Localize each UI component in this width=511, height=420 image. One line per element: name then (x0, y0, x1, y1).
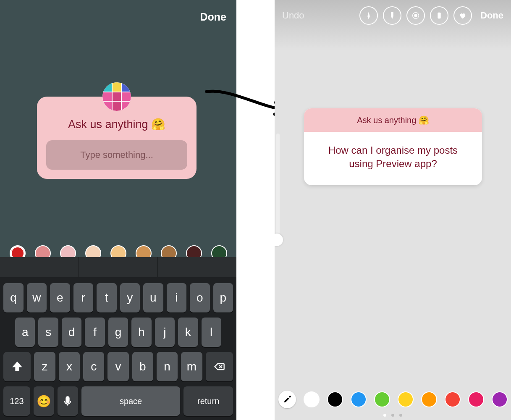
question-prompt-text[interactable]: Ask us anything 🤗 (46, 118, 187, 131)
key-x[interactable]: x (59, 352, 80, 381)
svg-rect-5 (112, 92, 121, 101)
key-f[interactable]: f (85, 318, 105, 347)
brush-size-handle[interactable] (275, 234, 283, 246)
key-a[interactable]: a (15, 318, 35, 347)
key-z[interactable]: z (34, 352, 55, 381)
key-d[interactable]: d (62, 318, 81, 347)
svg-rect-3 (121, 82, 131, 92)
emoji-key[interactable]: 😊 (34, 386, 54, 416)
svg-rect-6 (121, 92, 131, 101)
shift-key[interactable] (3, 352, 31, 381)
pager-dot (391, 414, 394, 417)
key-c[interactable]: c (83, 352, 104, 381)
key-j[interactable]: j (155, 318, 175, 347)
key-w[interactable]: w (27, 283, 47, 312)
color-swatch[interactable] (374, 391, 390, 407)
space-key[interactable]: space (81, 386, 180, 416)
numbers-key[interactable]: 123 (3, 386, 30, 416)
color-palette (275, 391, 511, 408)
profile-avatar (102, 82, 131, 111)
heart-tool-icon[interactable] (453, 6, 472, 25)
color-swatch[interactable] (398, 391, 414, 407)
svg-rect-1 (102, 82, 112, 92)
key-q[interactable]: q (3, 283, 24, 312)
palette-pager (275, 414, 511, 417)
color-swatch[interactable] (492, 391, 508, 407)
drawing-toolbar: Undo Done (275, 0, 511, 31)
done-button[interactable]: Done (480, 10, 503, 21)
answer-body-text: How can I organise my posts using Previe… (304, 132, 482, 185)
key-s[interactable]: s (38, 318, 58, 347)
color-swatch[interactable] (468, 391, 484, 407)
color-swatch[interactable] (304, 391, 320, 407)
screen-question-editor: Done Ask us anything 🤗 Typ (0, 0, 236, 420)
pager-dot (383, 414, 386, 417)
suggestion-slot[interactable] (0, 257, 79, 277)
neon-tool-icon[interactable] (406, 6, 425, 25)
keyboard: qwertyuiop asdfghjkl zxcvbnm 123😊spacere… (0, 277, 236, 420)
svg-rect-13 (438, 13, 440, 19)
brush-size-track[interactable] (276, 134, 280, 234)
svg-rect-10 (66, 397, 69, 403)
key-b[interactable]: b (132, 352, 153, 381)
answer-sticker[interactable]: Ask us anything 🤗 How can I organise my … (304, 108, 482, 185)
pager-dot (399, 414, 402, 417)
key-t[interactable]: t (97, 283, 117, 312)
key-m[interactable]: m (181, 352, 202, 381)
eyedropper-icon[interactable] (278, 391, 296, 408)
mic-key[interactable] (58, 386, 78, 416)
svg-point-11 (414, 14, 417, 17)
suggestion-slot[interactable] (79, 257, 158, 277)
marker-tool-icon[interactable] (383, 6, 401, 25)
backspace-key[interactable] (206, 352, 233, 381)
key-h[interactable]: h (131, 318, 151, 347)
key-v[interactable]: v (107, 352, 128, 381)
key-p[interactable]: p (213, 283, 233, 312)
color-swatch[interactable] (351, 391, 367, 407)
key-l[interactable]: l (202, 318, 221, 347)
key-g[interactable]: g (108, 318, 128, 347)
suggestion-slot[interactable] (158, 257, 236, 277)
svg-rect-9 (121, 101, 131, 111)
keyboard-suggestions (0, 257, 236, 277)
key-i[interactable]: i (167, 283, 187, 312)
answer-prompt-text: Ask us anything 🤗 (304, 108, 482, 132)
key-n[interactable]: n (157, 352, 178, 381)
svg-rect-2 (112, 82, 121, 92)
key-u[interactable]: u (143, 283, 163, 312)
pen-tool-icon[interactable] (359, 6, 378, 25)
color-swatch[interactable] (445, 391, 461, 407)
color-swatch[interactable] (327, 391, 343, 407)
svg-rect-8 (112, 101, 121, 111)
return-key[interactable]: return (183, 386, 233, 416)
key-y[interactable]: y (120, 283, 140, 312)
key-e[interactable]: e (50, 283, 70, 312)
question-input[interactable]: Type something... (46, 140, 187, 170)
key-r[interactable]: r (73, 283, 94, 312)
undo-button[interactable]: Undo (282, 10, 304, 21)
eraser-tool-icon[interactable] (430, 6, 448, 25)
svg-rect-4 (102, 92, 112, 101)
svg-rect-7 (102, 101, 112, 111)
done-button[interactable]: Done (200, 11, 227, 23)
key-k[interactable]: k (178, 318, 198, 347)
color-swatch[interactable] (421, 391, 437, 407)
key-o[interactable]: o (190, 283, 210, 312)
question-sticker[interactable]: Ask us anything 🤗 Type something... (37, 97, 197, 179)
screen-answer-editor: Undo Done Ask us anything 🤗 How can I or… (275, 0, 511, 420)
